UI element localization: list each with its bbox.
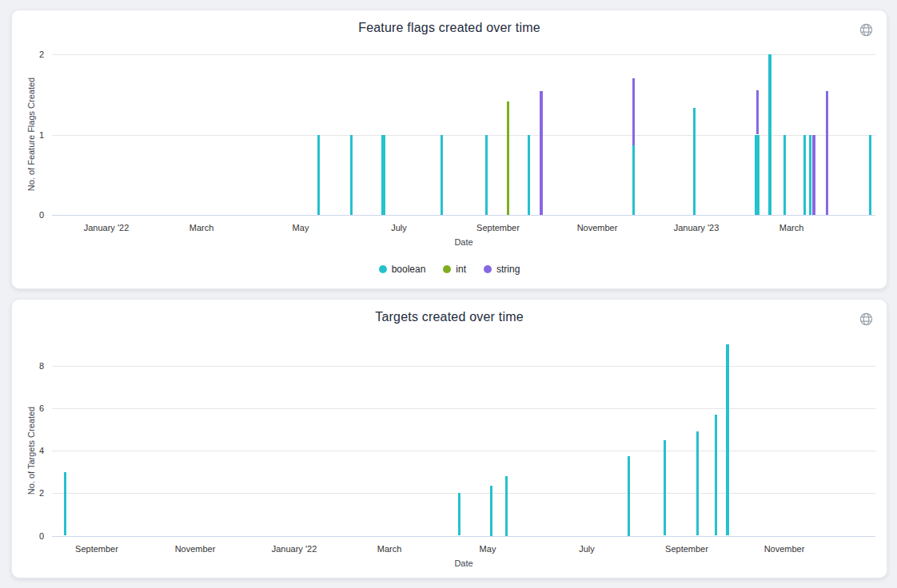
legend-label: int (456, 264, 466, 275)
legend-marker-dot (443, 265, 451, 273)
bar-string[interactable] (756, 90, 759, 134)
x-axis-line (52, 536, 875, 537)
legend-label: boolean (392, 264, 426, 275)
bar-string[interactable] (826, 91, 828, 215)
legend-item-string[interactable]: string (484, 264, 520, 275)
bar-boolean[interactable] (505, 476, 508, 536)
x-tick-label: July (355, 222, 443, 233)
bar-string[interactable] (632, 78, 635, 145)
bar-boolean[interactable] (693, 108, 696, 215)
bar-boolean[interactable] (726, 344, 729, 535)
gridline (52, 408, 875, 409)
legend-marker-dot (484, 265, 492, 273)
bar-boolean[interactable] (64, 472, 66, 536)
bar-boolean[interactable] (869, 135, 871, 216)
bar-boolean[interactable] (768, 54, 771, 215)
x-tick-label: November (740, 543, 828, 554)
gridline (52, 366, 875, 367)
gridline (52, 54, 875, 55)
bar-boolean[interactable] (755, 135, 759, 216)
gridline (52, 135, 875, 136)
x-tick-label: September (643, 543, 731, 554)
bar-boolean[interactable] (317, 135, 320, 216)
bar-string[interactable] (812, 135, 815, 216)
bar-boolean[interactable] (458, 493, 460, 535)
bar-boolean[interactable] (632, 145, 635, 215)
targets-chart-card: Targets created over time 02468September… (11, 299, 887, 578)
bar-boolean[interactable] (441, 135, 443, 216)
x-tick-label: January '22 (250, 543, 338, 554)
x-tick-label: January '23 (652, 222, 740, 233)
bar-boolean[interactable] (696, 431, 699, 535)
bar-boolean[interactable] (628, 456, 630, 536)
y-axis-title: No. of Targets Created (26, 355, 37, 546)
legend-item-int[interactable]: int (443, 264, 466, 275)
bar-boolean[interactable] (803, 135, 806, 216)
x-axis-title: Date (52, 558, 875, 568)
bar-boolean[interactable] (350, 135, 353, 216)
bar-int[interactable] (507, 101, 509, 215)
x-tick-label: September (53, 543, 141, 554)
bar-boolean[interactable] (381, 135, 385, 216)
gridline (52, 493, 875, 494)
x-tick-label: March (748, 222, 835, 233)
bar-string[interactable] (540, 91, 543, 215)
gridline (52, 451, 875, 451)
x-axis-line (52, 215, 875, 216)
bar-boolean[interactable] (715, 415, 717, 536)
bar-boolean[interactable] (809, 135, 811, 216)
chart-legend: booleanintstring (12, 264, 887, 275)
x-axis-title: Date (52, 237, 875, 247)
analytics-dashboard: Feature flags created over time 012Janua… (0, 0, 897, 588)
legend-item-boolean[interactable]: boolean (379, 264, 426, 275)
legend-marker-dot (379, 265, 387, 273)
x-tick-label: November (151, 543, 239, 554)
x-tick-label: March (345, 543, 433, 554)
bar-boolean[interactable] (485, 135, 488, 216)
x-tick-label: March (157, 222, 245, 233)
bar-boolean[interactable] (783, 135, 786, 216)
legend-label: string (496, 264, 520, 275)
x-tick-label: September (454, 222, 542, 233)
targets-plot: 02468SeptemberNovemberJanuary '22MarchMa… (12, 300, 887, 578)
x-tick-label: May (444, 543, 532, 554)
y-axis-title: No. of Feature Flags Created (26, 38, 37, 230)
bar-boolean[interactable] (664, 440, 666, 536)
x-tick-label: November (553, 222, 641, 233)
bar-boolean[interactable] (490, 486, 492, 536)
feature-flags-chart-card: Feature flags created over time 012Janua… (11, 10, 887, 289)
x-tick-label: January '22 (62, 222, 150, 233)
x-tick-label: May (257, 222, 345, 233)
x-tick-label: July (543, 543, 631, 554)
bar-boolean[interactable] (528, 135, 530, 216)
